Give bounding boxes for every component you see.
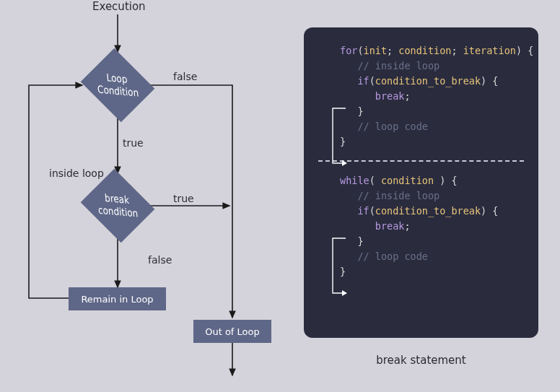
break-condition-node: break condition: [81, 169, 155, 243]
false-label-1: false: [173, 71, 197, 82]
caption: break statement: [304, 354, 538, 367]
false-label-2: false: [148, 254, 172, 266]
loop-condition-text: Loop Condition: [96, 71, 139, 100]
loop-condition-node: Loop Condition: [81, 48, 155, 123]
out-of-loop-node: Out of Loop: [193, 320, 271, 343]
true-label-2: true: [173, 193, 194, 204]
out-text: Out of Loop: [205, 326, 260, 337]
remain-in-loop-node: Remain in Loop: [69, 287, 166, 310]
break-condition-text: break condition: [97, 191, 139, 221]
true-label-1: true: [123, 137, 144, 149]
code-divider: [318, 160, 524, 162]
flowchart: Execution Loop Condition false true insi…: [0, 0, 296, 392]
inside-loop-label: inside loop: [49, 167, 104, 179]
remain-text: Remain in Loop: [81, 294, 153, 305]
for-loop-code: for(init; condition; iteration) { // ins…: [304, 43, 538, 149]
code-panel: for(init; condition; iteration) { // ins…: [304, 27, 538, 338]
execution-label: Execution: [92, 0, 146, 13]
while-loop-code: while( condition ) { // inside loop if(c…: [304, 173, 538, 279]
